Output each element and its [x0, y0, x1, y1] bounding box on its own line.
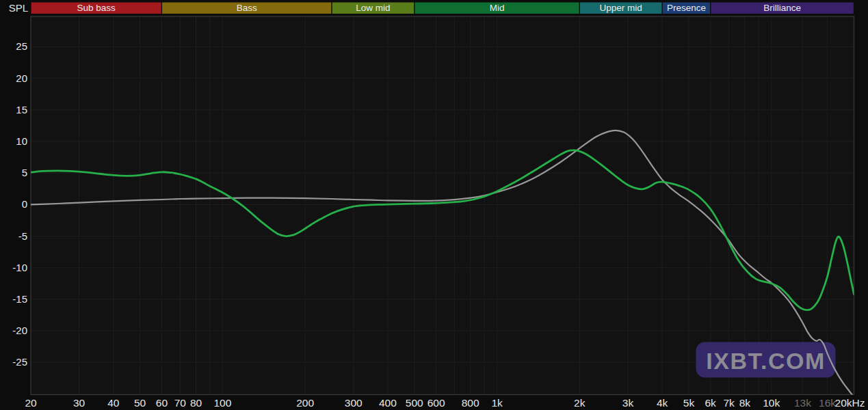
band-label-upper-mid: Upper mid	[600, 3, 642, 13]
x-tick-label: 20	[25, 397, 37, 409]
band-label-low-mid: Low mid	[356, 3, 390, 13]
y-tick-label: 20	[16, 72, 27, 84]
x-tick-label: 2k	[574, 397, 586, 409]
band-label-presence: Presence	[667, 3, 706, 13]
x-tick-label: 6k	[705, 397, 717, 409]
x-tick-label: 400	[379, 397, 397, 409]
x-tick-label: 60	[156, 397, 168, 409]
frequency-response-page: Sub bassBassLow midMidUpper midPresenceB…	[0, 0, 868, 410]
band-label-brilliance: Brilliance	[763, 3, 801, 13]
y-tick-label: -15	[12, 293, 27, 305]
y-tick-label: -5	[18, 230, 27, 242]
x-tick-label: 13k	[794, 397, 811, 409]
x-tick-label: 10k	[763, 397, 780, 409]
x-tick-label: 7k	[723, 397, 735, 409]
x-tick-label: 3k	[622, 397, 634, 409]
x-tick-label: 100	[213, 397, 231, 409]
y-tick-label: 0	[22, 198, 27, 210]
x-tick-label: 300	[345, 397, 363, 409]
y-tick-label: -10	[12, 262, 27, 273]
x-tick-label: 30	[73, 397, 86, 409]
x-tick-label: 40	[107, 397, 120, 409]
x-tick-label: 50	[134, 397, 146, 409]
y-axis-title: SPL	[9, 2, 28, 14]
y-tick-label: 10	[16, 135, 27, 147]
x-tick-label: 600	[428, 397, 445, 409]
x-tick-label: 8k	[739, 397, 751, 409]
y-tick-label: 5	[22, 167, 27, 178]
x-tick-label: 20kHz	[835, 397, 865, 409]
x-tick-label: 5k	[683, 397, 695, 409]
y-tick-label: -20	[12, 325, 27, 336]
y-tick-label: -25	[12, 356, 27, 368]
y-tick-label: 15	[16, 104, 27, 115]
x-tick-label: 1k	[491, 397, 503, 409]
band-label-sub-bass: Sub bass	[77, 3, 116, 13]
x-tick-label: 500	[406, 397, 423, 409]
x-tick-label: 80	[190, 397, 202, 409]
plot-area	[31, 16, 854, 395]
x-tick-label: 4k	[657, 397, 668, 409]
x-tick-label: 800	[462, 397, 479, 409]
x-tick-label: 16k	[819, 397, 836, 409]
y-tick-label: 25	[16, 40, 27, 52]
x-tick-label: 200	[296, 397, 314, 409]
watermark-text: IXBT.COM	[706, 348, 825, 374]
band-label-mid: Mid	[490, 3, 505, 13]
band-label-bass: Bass	[237, 3, 257, 13]
x-tick-label: 70	[174, 397, 187, 409]
frequency-response-chart: Sub bassBassLow midMidUpper midPresenceB…	[0, 0, 868, 410]
